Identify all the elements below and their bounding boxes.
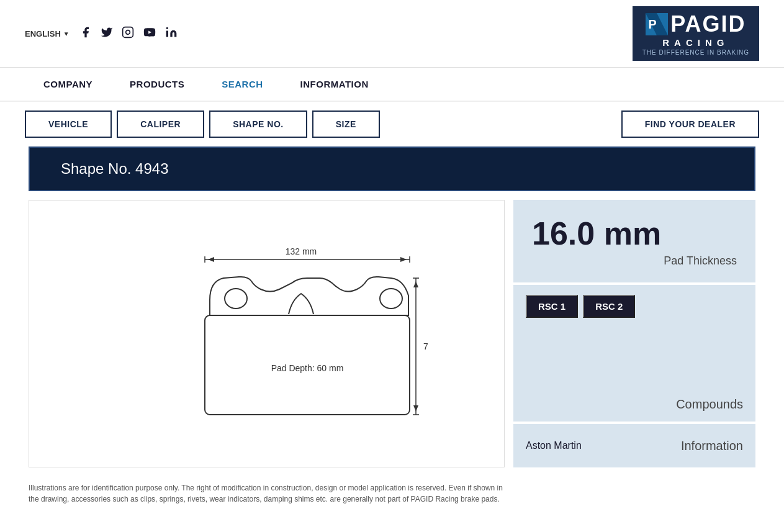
compound-rsc2[interactable]: RSC 2 xyxy=(583,295,635,318)
svg-point-4 xyxy=(166,27,168,29)
youtube-icon[interactable] xyxy=(143,26,156,42)
language-label: ENGLISH xyxy=(25,29,61,38)
thickness-box: 16.0 mm Pad Thickness xyxy=(513,200,755,282)
svg-marker-13 xyxy=(400,257,407,262)
logo-brand: PAGID xyxy=(670,11,746,37)
top-bar: ENGLISH ▼ P xyxy=(0,0,784,68)
nav-company[interactable]: COMPANY xyxy=(25,68,111,101)
tab-shape-no[interactable]: SHAPE NO. xyxy=(209,110,307,138)
logo: P PAGID RACING THE DIFFERENCE IN BRAKING xyxy=(633,6,759,61)
pad-svg: 132 mm 77 mm Pad Dept xyxy=(106,222,428,446)
tab-size[interactable]: SIZE xyxy=(312,110,380,138)
info-label: Information xyxy=(681,439,743,453)
nav-search[interactable]: SEARCH xyxy=(203,68,281,101)
top-bar-left: ENGLISH ▼ xyxy=(25,26,178,42)
svg-rect-0 xyxy=(122,27,133,37)
pad-diagram: 132 mm 77 mm Pad Dept xyxy=(29,200,505,467)
compounds-label: Compounds xyxy=(526,397,743,412)
shape-header: Shape No. 4943 xyxy=(29,147,755,191)
svg-point-21 xyxy=(225,289,247,309)
main-content: 132 mm 77 mm Pad Dept xyxy=(0,191,784,476)
compounds-box: RSC 1 RSC 2 Compounds xyxy=(513,285,755,422)
svg-marker-19 xyxy=(413,405,418,412)
svg-marker-12 xyxy=(208,257,214,262)
twitter-icon[interactable] xyxy=(101,26,113,42)
linkedin-icon[interactable] xyxy=(165,26,178,42)
shape-title: Shape No. 4943 xyxy=(61,160,168,177)
instagram-icon[interactable] xyxy=(122,26,134,42)
info-company: Aston Martin xyxy=(526,440,582,451)
nav-products[interactable]: PRODUCTS xyxy=(111,68,203,101)
compound-tags: RSC 1 RSC 2 xyxy=(526,295,743,318)
svg-text:P: P xyxy=(649,17,657,31)
svg-text:77 mm: 77 mm xyxy=(423,341,428,351)
disclaimer: Illustrations are for identification pur… xyxy=(0,476,534,517)
svg-text:132 mm: 132 mm xyxy=(285,246,317,256)
thickness-label: Pad Thickness xyxy=(532,255,737,268)
facebook-icon[interactable] xyxy=(79,26,92,42)
logo-icon: P xyxy=(646,13,668,35)
tab-caliper[interactable]: CALIPER xyxy=(117,110,204,138)
thickness-value: 16.0 mm xyxy=(532,215,737,252)
info-box[interactable]: Aston Martin Information xyxy=(513,424,755,467)
social-icons xyxy=(79,26,178,42)
nav-information[interactable]: INFORMATION xyxy=(282,68,387,101)
logo-tagline: THE DIFFERENCE IN BRAKING xyxy=(642,49,749,56)
nav-bar: COMPANY PRODUCTS SEARCH INFORMATION xyxy=(0,68,784,102)
logo-sub: RACING xyxy=(662,37,729,48)
compound-rsc1[interactable]: RSC 1 xyxy=(526,295,578,318)
tab-vehicle[interactable]: VEHICLE xyxy=(25,110,112,138)
svg-text:Pad Depth: 60 mm: Pad Depth: 60 mm xyxy=(271,363,343,373)
svg-point-22 xyxy=(380,289,402,309)
language-selector[interactable]: ENGLISH ▼ xyxy=(25,29,70,38)
right-panel: 16.0 mm Pad Thickness RSC 1 RSC 2 Compou… xyxy=(513,200,755,467)
svg-rect-3 xyxy=(166,30,168,37)
svg-marker-18 xyxy=(413,281,418,287)
find-dealer-button[interactable]: FIND YOUR DEALER xyxy=(621,110,759,138)
logo-top: P PAGID xyxy=(646,11,746,37)
language-arrow: ▼ xyxy=(63,30,70,37)
disclaimer-text: Illustrations are for identification pur… xyxy=(29,484,503,503)
search-tabs: VEHICLE CALIPER SHAPE NO. SIZE FIND YOUR… xyxy=(0,102,784,147)
